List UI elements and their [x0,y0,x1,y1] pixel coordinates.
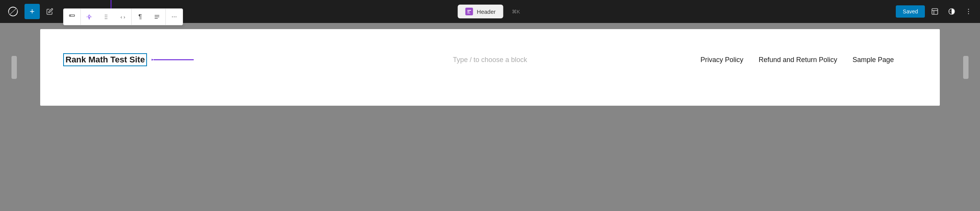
svg-point-18 [105,16,106,17]
keyboard-shortcut: ⌘K [510,8,523,15]
canvas-wrapper: ‹ › ¶ [19,29,961,106]
wp-logo[interactable] [5,3,21,20]
more-options-button[interactable] [962,5,975,18]
align-button[interactable] [149,8,165,25]
svg-rect-6 [932,9,938,15]
toolbar-group-location: ‹ › [81,8,132,25]
template-name-pill[interactable]: Header [458,5,503,18]
nav-link-privacy[interactable]: Privacy Policy [701,56,743,64]
svg-point-27 [176,16,176,17]
block-toolbar: ‹ › ¶ [63,8,183,25]
block-type-button[interactable] [64,8,80,25]
add-block-button[interactable]: + [24,4,40,19]
svg-point-20 [105,18,106,19]
svg-point-12 [968,13,969,15]
top-bar-right: Saved [896,5,975,18]
svg-point-11 [968,11,969,12]
template-name: Header [477,8,496,15]
drag-handle[interactable] [98,8,114,25]
toolbar-group-type [64,8,81,25]
svg-point-25 [172,16,173,17]
nav-link-refund[interactable]: Refund and Return Policy [759,56,837,64]
svg-point-19 [106,16,107,17]
block-more-button[interactable] [166,8,183,25]
site-title-block[interactable]: Rank Math Test Site [63,53,147,66]
style-toggle-button[interactable] [945,5,959,18]
save-button[interactable]: Saved [896,5,925,18]
site-title-annotation-arrow [152,54,198,65]
header-block-icon [466,8,473,15]
block-canvas: ‹ › ¶ [40,29,940,106]
paragraph-button[interactable]: ¶ [132,8,149,25]
block-placeholder: Type / to choose a block [453,56,527,64]
svg-point-17 [106,15,107,15]
right-resize-handle[interactable] [963,56,969,79]
svg-point-21 [106,18,107,19]
svg-point-16 [105,15,106,15]
nav-link-sample[interactable]: Sample Page [853,56,894,64]
nav-links: Privacy Policy Refund and Return Policy … [701,56,894,64]
site-title-text: Rank Math Test Site [65,55,145,64]
editor-area: ‹ › ¶ [0,23,980,211]
toolbar-group-more [166,8,183,25]
svg-rect-5 [467,13,470,13]
edit-button[interactable] [43,5,57,18]
svg-point-26 [174,16,175,17]
location-button[interactable] [81,8,98,25]
move-arrows-button[interactable]: ‹ › [114,8,131,25]
svg-rect-13 [69,15,74,16]
svg-rect-3 [467,10,471,11]
svg-rect-4 [467,11,470,12]
toolbar-group-format: ¶ [132,8,166,25]
view-toggle-button[interactable] [928,5,942,18]
left-resize-handle[interactable] [11,56,17,79]
svg-point-10 [968,9,969,10]
svg-point-15 [88,16,90,18]
top-bar-center: Header ⌘K [458,5,523,18]
